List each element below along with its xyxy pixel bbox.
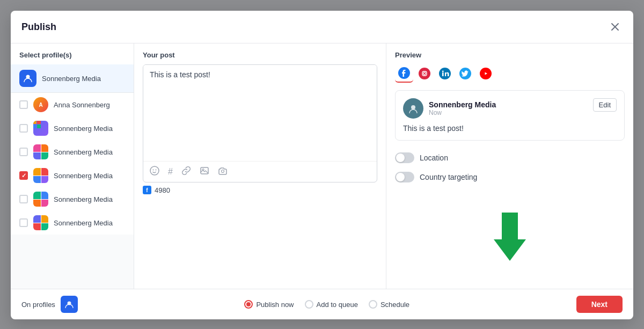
middle-panel: Your post This is a test post! #: [134, 43, 386, 289]
tab-linkedin[interactable]: [436, 64, 454, 83]
profile-checkbox[interactable]: [19, 148, 28, 156]
char-count: 4980: [155, 186, 170, 194]
list-item[interactable]: Sonnenberg Media: [11, 116, 134, 140]
svg-rect-13: [442, 72, 444, 76]
post-textarea[interactable]: This is a test post!: [143, 65, 377, 161]
radio-publish-now-circle: [244, 300, 253, 309]
list-item[interactable]: Sonnenberg Media: [11, 164, 134, 187]
location-toggle-row: Location: [395, 148, 625, 167]
svg-point-1: [150, 166, 159, 175]
svg-point-14: [442, 71, 444, 72]
svg-point-8: [419, 68, 430, 79]
char-count-row: f 4980: [143, 186, 377, 194]
modal-body: Select profile(s) Sonnenberg Media A: [11, 43, 633, 289]
edit-button[interactable]: Edit: [593, 98, 617, 112]
image-icon[interactable]: [200, 166, 209, 178]
select-profiles-title: Select profile(s): [11, 43, 134, 64]
avatar: [33, 168, 48, 183]
social-tabs: [395, 64, 625, 83]
profile-checkbox[interactable]: [19, 171, 28, 180]
preview-profile: Sonnenberg Media Now: [403, 98, 496, 119]
svg-point-11: [426, 71, 427, 72]
svg-point-2: [153, 170, 154, 171]
arrow-container: [395, 187, 625, 281]
facebook-icon-small: f: [143, 186, 151, 194]
profile-name: Sonnenberg Media: [54, 172, 113, 180]
radio-schedule-label: Schedule: [380, 301, 409, 309]
country-targeting-label: Country targeting: [420, 173, 477, 181]
post-toolbar: #: [143, 161, 377, 182]
main-profile-item[interactable]: Sonnenberg Media: [11, 64, 134, 93]
radio-add-to-queue-circle: [305, 300, 313, 309]
right-panel: Preview: [386, 43, 633, 289]
green-arrow-icon: [483, 202, 537, 266]
next-button[interactable]: Next: [576, 296, 623, 313]
preview-title: Preview: [395, 51, 625, 59]
svg-rect-4: [201, 167, 208, 174]
main-profile-avatar: [19, 70, 36, 87]
avatar: [33, 144, 48, 159]
list-item[interactable]: A Anna Sonnenberg: [11, 93, 134, 116]
radio-publish-now-label: Publish now: [256, 301, 294, 309]
avatar: [33, 121, 48, 136]
profile-name: Sonnenberg Media: [54, 219, 113, 227]
profile-name: Sonnenberg Media: [54, 148, 113, 156]
radio-schedule-circle: [369, 300, 377, 309]
preview-post-text: This is a test post!: [403, 124, 617, 133]
avatar: [33, 192, 48, 207]
country-targeting-toggle-row: Country targeting: [395, 167, 625, 187]
left-panel-spacer: [11, 235, 134, 289]
profile-checkbox[interactable]: [19, 195, 28, 203]
location-toggle[interactable]: [395, 152, 414, 163]
profile-checkbox[interactable]: [19, 100, 28, 109]
publish-modal: Publish Select profile(s): [11, 11, 633, 319]
on-profiles-label: On profiles: [21, 301, 55, 309]
link-icon[interactable]: [181, 166, 191, 178]
profile-checkbox[interactable]: [19, 124, 28, 133]
main-profile-icon: [23, 73, 33, 84]
radio-add-to-queue[interactable]: Add to queue: [305, 300, 358, 309]
hashtag-icon[interactable]: #: [168, 167, 173, 177]
close-button[interactable]: [608, 19, 623, 34]
modal-footer: On profiles Publish now Add to queue: [11, 289, 633, 319]
tab-youtube[interactable]: [477, 64, 495, 83]
profile-checkbox[interactable]: [19, 218, 28, 227]
tab-facebook[interactable]: [395, 64, 413, 83]
close-icon: [611, 23, 619, 31]
emoji-icon[interactable]: [150, 166, 159, 178]
preview-card-header: Sonnenberg Media Now Edit: [403, 98, 617, 119]
your-post-title: Your post: [143, 51, 377, 59]
profile-name: Sonnenberg Media: [54, 125, 113, 133]
tab-instagram[interactable]: [415, 64, 434, 83]
avatar: A: [33, 97, 48, 112]
preview-post-time: Now: [429, 109, 496, 116]
preview-avatar: [403, 98, 423, 119]
preview-profile-name: Sonnenberg Media: [429, 100, 496, 109]
on-profiles-avatar: [61, 296, 78, 313]
modal-title: Publish: [21, 21, 56, 33]
preview-card: Sonnenberg Media Now Edit This is a test…: [395, 90, 625, 141]
left-panel: Select profile(s) Sonnenberg Media A: [11, 43, 134, 289]
profile-name: Sonnenberg Media: [54, 195, 113, 203]
preview-profile-info: Sonnenberg Media Now: [429, 100, 496, 116]
publish-radio-group: Publish now Add to queue Schedule: [244, 300, 409, 309]
tab-twitter[interactable]: [456, 64, 474, 83]
on-profiles-section: On profiles: [21, 296, 78, 313]
location-label: Location: [420, 153, 448, 162]
list-item[interactable]: Sonnenberg Media: [11, 211, 134, 235]
camera-icon[interactable]: [218, 166, 228, 178]
list-item[interactable]: Sonnenberg Media: [11, 140, 134, 164]
radio-schedule[interactable]: Schedule: [369, 300, 409, 309]
post-textarea-wrapper: This is a test post! #: [143, 64, 377, 182]
modal-header: Publish: [11, 11, 633, 43]
on-profiles-avatar-icon: [64, 299, 74, 309]
svg-point-18: [411, 105, 415, 109]
radio-publish-now[interactable]: Publish now: [244, 300, 294, 309]
svg-point-6: [221, 170, 224, 173]
radio-add-to-queue-label: Add to queue: [317, 301, 358, 309]
avatar: [33, 215, 48, 230]
country-targeting-toggle[interactable]: [395, 172, 414, 182]
svg-point-3: [156, 170, 157, 171]
list-item[interactable]: Sonnenberg Media: [11, 187, 134, 211]
profile-name: Anna Sonnenberg: [54, 101, 110, 109]
